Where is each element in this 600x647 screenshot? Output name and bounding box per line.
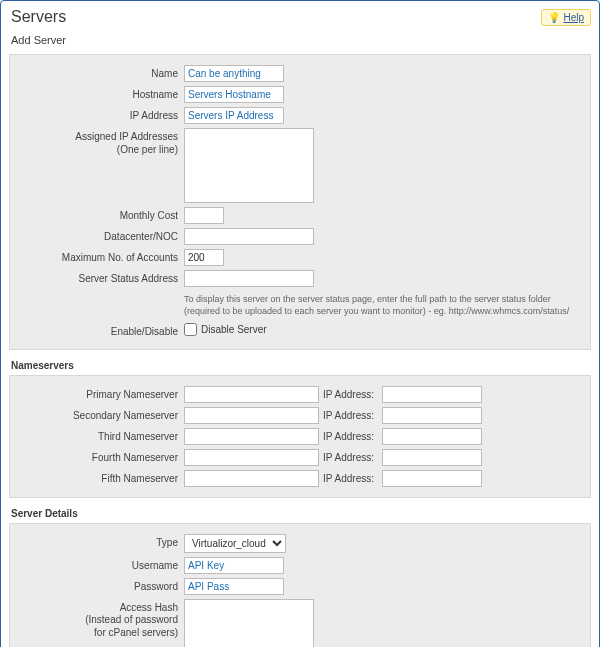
label-status-addr: Server Status Address	[14, 270, 184, 286]
input-password[interactable]	[184, 578, 284, 595]
input-assigned-ips[interactable]	[184, 128, 314, 203]
label-name: Name	[14, 65, 184, 81]
page-subtitle: Add Server	[11, 34, 591, 46]
input-maxacc[interactable]	[184, 249, 224, 266]
label-ns-ip-4: IP Address:	[323, 473, 378, 484]
page-title: Servers	[11, 8, 66, 26]
label-username: Username	[14, 557, 184, 573]
label-ns-ip-2: IP Address:	[323, 431, 378, 442]
checkbox-disable-server[interactable]	[184, 323, 197, 336]
label-ns-2: Third Nameserver	[14, 428, 184, 444]
window: Servers 💡 Help Add Server Name Hostname …	[0, 0, 600, 647]
label-ns-0: Primary Nameserver	[14, 386, 184, 402]
input-dcnoc[interactable]	[184, 228, 314, 245]
titlebar: Servers 💡 Help	[9, 6, 591, 32]
input-ns-ip-1[interactable]	[382, 407, 482, 424]
input-name[interactable]	[184, 65, 284, 82]
label-ip: IP Address	[14, 107, 184, 123]
input-ns-ip-2[interactable]	[382, 428, 482, 445]
panel-nameservers: Primary Nameserver IP Address: Secondary…	[9, 375, 591, 498]
hint-status-addr: To display this server on the server sta…	[184, 291, 574, 319]
input-ns-ip-4[interactable]	[382, 470, 482, 487]
select-type[interactable]: Virtualizor_cloud	[184, 534, 286, 553]
panel-server-details: Type Virtualizor_cloud Username Password…	[9, 523, 591, 647]
label-ns-1: Secondary Nameserver	[14, 407, 184, 423]
label-ns-ip-3: IP Address:	[323, 452, 378, 463]
input-status-addr[interactable]	[184, 270, 314, 287]
checkbox-disable-server-label: Disable Server	[201, 324, 267, 335]
label-maxacc: Maximum No. of Accounts	[14, 249, 184, 265]
input-ns-ip-3[interactable]	[382, 449, 482, 466]
input-ns-ip-0[interactable]	[382, 386, 482, 403]
label-monthly: Monthly Cost	[14, 207, 184, 223]
help-icon: 💡	[548, 12, 560, 23]
help-label: Help	[563, 12, 584, 23]
label-access-hash: Access Hash (Instead of password for cPa…	[14, 599, 184, 640]
label-hostname: Hostname	[14, 86, 184, 102]
input-ns-name-2[interactable]	[184, 428, 319, 445]
label-enable: Enable/Disable	[14, 323, 184, 339]
label-ns-ip-1: IP Address:	[323, 410, 378, 421]
label-ns-ip-0: IP Address:	[323, 389, 378, 400]
label-password: Password	[14, 578, 184, 594]
heading-server-details: Server Details	[11, 508, 591, 519]
input-monthly[interactable]	[184, 207, 224, 224]
label-assigned-ips: Assigned IP Addresses (One per line)	[14, 128, 184, 156]
input-ns-name-3[interactable]	[184, 449, 319, 466]
heading-nameservers: Nameservers	[11, 360, 591, 371]
label-ns-3: Fourth Nameserver	[14, 449, 184, 465]
input-ns-name-4[interactable]	[184, 470, 319, 487]
input-hostname[interactable]	[184, 86, 284, 103]
input-access-hash[interactable]	[184, 599, 314, 647]
input-ip[interactable]	[184, 107, 284, 124]
label-type: Type	[14, 534, 184, 550]
label-dcnoc: Datacenter/NOC	[14, 228, 184, 244]
input-ns-name-0[interactable]	[184, 386, 319, 403]
panel-main: Name Hostname IP Address Assigned IP Add…	[9, 54, 591, 350]
help-button[interactable]: 💡 Help	[541, 9, 591, 26]
input-ns-name-1[interactable]	[184, 407, 319, 424]
label-ns-4: Fifth Nameserver	[14, 470, 184, 486]
input-username[interactable]	[184, 557, 284, 574]
